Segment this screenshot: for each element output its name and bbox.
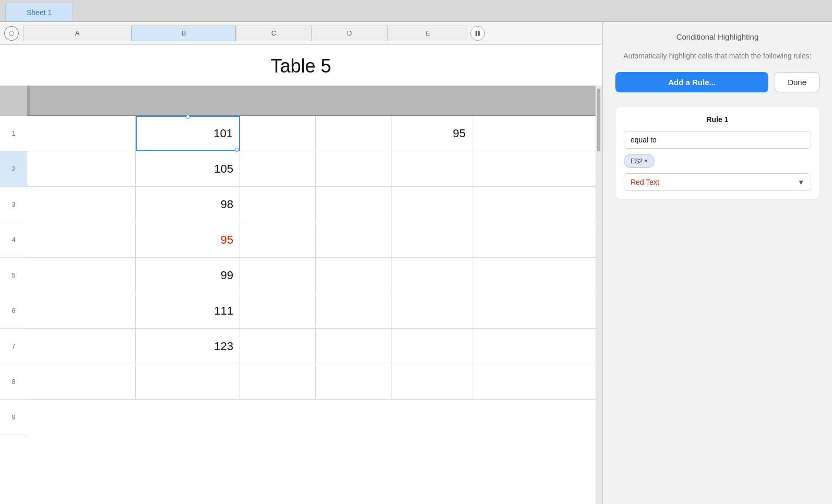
cell-6a[interactable] [27,258,136,293]
scrollbar[interactable] [596,86,602,504]
spreadsheet-area: A B C D E Table 5 [0,22,602,504]
col-header-c[interactable]: C [236,26,312,41]
cell-3a[interactable] [27,151,136,186]
cell-5b[interactable]: 95 [136,222,240,257]
cell-8a[interactable] [27,329,136,364]
cell-7a[interactable] [27,293,136,328]
cell-3b[interactable]: 105 [136,151,240,186]
cell-7e[interactable] [391,293,472,328]
table-row: 123 [27,329,596,364]
cell-8c[interactable] [240,329,316,364]
cell-2c[interactable] [240,116,316,151]
row-num-7: 7 [0,329,27,364]
cell-2b[interactable]: 101 [136,116,240,151]
pause-button[interactable] [470,26,485,41]
col-header-e[interactable]: E [387,26,468,41]
rule-style-label: Red Text [631,178,798,186]
row-num-3: 3 [0,187,27,222]
table-row: 99 [27,258,596,293]
col-header-b[interactable]: B [132,26,236,41]
cell-7c[interactable] [240,293,316,328]
rule-style-row[interactable]: Red Text ▼ [624,173,811,191]
panel-buttons: Add a Rule... Done [615,72,819,92]
table-row: 105 [27,151,596,187]
rule-ref-button[interactable]: E$2 ▾ [624,154,655,168]
dropdown-arrow-icon: ▾ [645,158,648,164]
col-header-d[interactable]: D [312,26,387,41]
cell-8e[interactable] [391,329,472,364]
cell-4d[interactable] [316,187,391,222]
rule-section: Rule 1 E$2 ▾ Red Text ▼ [615,107,819,199]
row-number-column: 1 2 3 4 5 6 7 8 9 [0,86,27,504]
row-num-6: 6 [0,293,27,329]
tab-label: Sheet 1 [27,8,52,17]
add-rule-button[interactable]: Add a Rule... [615,72,768,92]
condition-input[interactable] [624,131,811,149]
tab-bar: Sheet 1 [0,0,832,22]
right-panel: Conditional Highlighting Automatically h… [602,22,832,504]
cell-9e[interactable] [391,364,472,399]
main-area: A B C D E Table 5 [0,22,832,504]
pause-icon [476,31,480,36]
cell-2e[interactable]: 95 [391,116,472,151]
cell-4e[interactable] [391,187,472,222]
rule-style-dropdown-icon: ▼ [798,178,804,186]
done-button[interactable]: Done [775,72,819,92]
cell-3d[interactable] [316,151,391,186]
row-num-4: 4 [0,222,27,258]
cell-6e[interactable] [391,258,472,293]
cell-2a[interactable] [27,116,136,151]
table-row [27,364,596,400]
tab-sheet1[interactable]: Sheet 1 [5,3,73,21]
table-row: 98 [27,187,596,222]
cell-6d[interactable] [316,258,391,293]
cell-9b[interactable] [136,364,240,399]
cell-8d[interactable] [316,329,391,364]
cell-7b[interactable]: 111 [136,293,240,328]
row-num-header [0,86,27,116]
row-num-5: 5 [0,258,27,293]
cell-6c[interactable] [240,258,316,293]
cell-8b[interactable]: 123 [136,329,240,364]
grid-columns: 101 95 105 98 [27,86,596,504]
row-num-9: 9 [0,400,27,435]
scrollbar-thumb[interactable] [597,89,600,151]
cell-9a[interactable] [27,364,136,399]
cell-9d[interactable] [316,364,391,399]
rule-title: Rule 1 [624,115,811,124]
circle-inner [9,31,14,36]
cell-5c[interactable] [240,222,316,257]
cell-3c[interactable] [240,151,316,186]
cell-5e[interactable] [391,222,472,257]
header-cell-e [29,86,30,115]
cell-4a[interactable] [27,187,136,222]
row-num-8: 8 [0,364,27,400]
row-num-1: 1 [0,116,27,151]
cell-9c[interactable] [240,364,316,399]
panel-subtitle: Automatically highlight cells that match… [615,51,819,62]
selection-handle-top [186,115,190,119]
cell-6b[interactable]: 99 [136,258,240,293]
cell-2d[interactable] [316,116,391,151]
cell-3e[interactable] [391,151,472,186]
col-header-a[interactable]: A [23,26,132,41]
cell-4b[interactable]: 98 [136,187,240,222]
header-row [27,86,596,116]
column-headers-row: A B C D E [0,22,602,45]
cell-5d[interactable] [316,222,391,257]
panel-title: Conditional Highlighting [615,32,819,41]
table-row: 111 [27,293,596,329]
table-row: 101 95 [27,116,596,151]
rule-condition-row: E$2 ▾ [624,154,811,168]
cell-7d[interactable] [316,293,391,328]
cell-5a[interactable] [27,222,136,257]
table-row: 95 [27,222,596,258]
circle-button[interactable] [4,26,19,41]
row-num-2: 2 [0,151,27,187]
spreadsheet-body: 1 2 3 4 5 6 7 8 9 [0,86,602,504]
table-title: Table 5 [0,45,602,86]
cell-4c[interactable] [240,187,316,222]
